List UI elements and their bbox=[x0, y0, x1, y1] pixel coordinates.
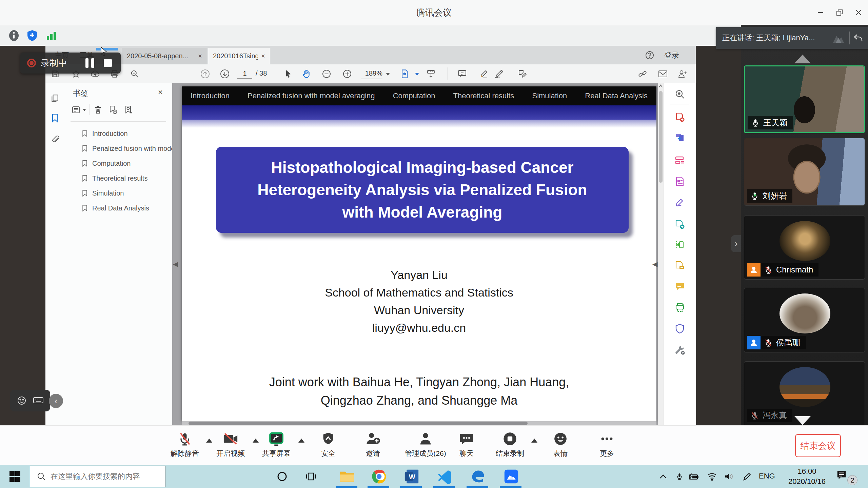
document-tab-1[interactable]: 2020-05-08-appen... × bbox=[122, 48, 207, 64]
comment-tool-icon[interactable] bbox=[674, 281, 686, 292]
close-button[interactable] bbox=[849, 0, 868, 25]
participant-tile[interactable]: 冯永真 bbox=[744, 361, 865, 425]
share-screen-button[interactable]: 共享屏幕 bbox=[251, 430, 302, 458]
stats-bars-icon[interactable] bbox=[44, 28, 58, 43]
tray-chevron-icon[interactable] bbox=[658, 471, 669, 482]
delete-bookmark-icon[interactable] bbox=[93, 105, 103, 115]
task-view-button[interactable] bbox=[306, 472, 316, 481]
zoom-level-select[interactable]: 189% bbox=[361, 69, 382, 79]
scroll-mode-icon[interactable] bbox=[425, 69, 437, 79]
hand-tool-icon[interactable] bbox=[300, 69, 312, 79]
participant-tile[interactable]: 王天颖 bbox=[744, 65, 865, 133]
bookmark-options-caret[interactable] bbox=[83, 109, 86, 111]
participant-tile[interactable]: Chrismath bbox=[744, 215, 865, 280]
panel-collapse-handle[interactable]: › bbox=[731, 235, 741, 252]
fill-sign-icon[interactable] bbox=[517, 69, 528, 79]
collapse-left-panel-icon[interactable]: ◀ bbox=[173, 260, 178, 268]
close-icon[interactable]: × bbox=[158, 87, 163, 97]
fill-sign-tool-icon[interactable] bbox=[674, 197, 686, 208]
bookmark-item[interactable]: Penalized fusion with mode bbox=[64, 141, 172, 156]
bookmark-item[interactable]: Theoretical results bbox=[64, 171, 172, 186]
add-user-icon[interactable] bbox=[677, 69, 688, 79]
stop-recording-button[interactable] bbox=[104, 59, 112, 67]
link-icon[interactable] bbox=[637, 69, 648, 79]
horizontal-scrollbar[interactable] bbox=[182, 421, 656, 425]
fit-dropdown-caret[interactable] bbox=[415, 73, 419, 76]
crop-pages-tool-icon[interactable] bbox=[674, 239, 686, 250]
horizontal-scrollbar-thumb[interactable] bbox=[189, 422, 528, 425]
vscode-icon[interactable] bbox=[437, 468, 453, 485]
tray-pen-icon[interactable] bbox=[742, 471, 753, 482]
protect-tool-icon[interactable] bbox=[674, 323, 686, 334]
security-button[interactable]: 安全 bbox=[303, 430, 354, 458]
shield-plus-icon[interactable] bbox=[25, 28, 39, 43]
collapse-reactions-handle[interactable]: ‹ bbox=[49, 394, 63, 408]
create-pdf-tool-icon[interactable] bbox=[674, 111, 686, 123]
bookmark-item[interactable]: Real Data Analysis bbox=[64, 201, 172, 216]
highlighter-icon[interactable] bbox=[478, 69, 490, 79]
fit-page-icon[interactable] bbox=[399, 69, 410, 79]
search-zoom-tool-icon[interactable] bbox=[674, 88, 686, 100]
tray-volume-icon[interactable] bbox=[724, 471, 734, 482]
close-icon[interactable]: × bbox=[198, 52, 202, 60]
organize-pages-tool-icon[interactable] bbox=[674, 176, 686, 187]
minimize-button[interactable] bbox=[811, 0, 830, 25]
mail-icon[interactable] bbox=[657, 69, 669, 79]
participant-tile[interactable]: 刘妍岩 bbox=[744, 138, 865, 206]
word-icon[interactable]: W bbox=[403, 468, 420, 485]
author-email-link[interactable]: liuyy@whu.edu.cn bbox=[182, 319, 656, 337]
emoji-icon[interactable] bbox=[17, 395, 27, 406]
collapse-right-panel-icon[interactable]: ◀ bbox=[652, 260, 657, 268]
notification-badge[interactable]: 2 bbox=[847, 475, 857, 485]
expand-bookmark-icon[interactable] bbox=[123, 105, 134, 115]
chrome-icon[interactable] bbox=[371, 468, 387, 485]
comment-icon[interactable] bbox=[456, 69, 468, 79]
search-input[interactable] bbox=[50, 472, 153, 481]
tencent-meeting-icon[interactable] bbox=[503, 468, 519, 485]
bookmark-item[interactable]: Introduction bbox=[64, 126, 172, 141]
scroll-up-icon[interactable] bbox=[658, 84, 663, 88]
add-bookmark-icon[interactable] bbox=[108, 105, 118, 115]
more-tools-icon[interactable] bbox=[674, 344, 686, 355]
vertical-scrollbar-thumb[interactable] bbox=[659, 91, 663, 183]
select-tool-icon[interactable] bbox=[283, 69, 294, 79]
invite-button[interactable]: 邀请 bbox=[348, 430, 398, 458]
stop-recording-button[interactable]: 结束录制 bbox=[485, 430, 535, 458]
zoom-dropdown-caret[interactable] bbox=[386, 73, 390, 76]
page-thumbnails-icon[interactable] bbox=[50, 93, 60, 103]
scroll-up-icon[interactable] bbox=[794, 55, 811, 63]
zoom-in-icon[interactable] bbox=[341, 69, 353, 79]
start-video-button[interactable]: 开启视频 bbox=[205, 430, 256, 458]
edit-pdf-tool-icon[interactable] bbox=[674, 155, 686, 166]
export-pdf-tool-icon[interactable] bbox=[674, 131, 686, 143]
zoom-out-icon[interactable] bbox=[321, 69, 332, 79]
info-icon[interactable] bbox=[7, 28, 21, 43]
windows-start-button[interactable] bbox=[9, 470, 21, 483]
pause-recording-button[interactable] bbox=[85, 58, 94, 68]
scroll-down-icon[interactable] bbox=[794, 416, 811, 425]
edge-icon[interactable] bbox=[470, 468, 486, 485]
share-file-tool-icon[interactable] bbox=[674, 219, 686, 230]
help-icon[interactable] bbox=[645, 50, 654, 60]
participant-tile[interactable]: 侯禹珊 bbox=[744, 288, 865, 352]
attachments-icon[interactable] bbox=[50, 135, 60, 145]
taskbar-clock[interactable]: 16:00 2020/10/16 bbox=[783, 466, 831, 487]
reply-arrow-icon[interactable] bbox=[853, 33, 863, 43]
sign-icon[interactable] bbox=[493, 69, 505, 79]
bookmarks-panel-icon[interactable] bbox=[50, 113, 60, 123]
tray-mic-icon[interactable] bbox=[674, 471, 685, 482]
more-button[interactable]: 更多 bbox=[581, 430, 632, 458]
unmute-button[interactable]: 解除静音 bbox=[159, 430, 210, 458]
end-meeting-button[interactable]: 结束会议 bbox=[795, 434, 841, 457]
print-production-tool-icon[interactable] bbox=[674, 302, 686, 313]
bookmark-item[interactable]: Simulation bbox=[64, 186, 172, 201]
tray-wifi-icon[interactable] bbox=[707, 471, 717, 482]
page-number-input[interactable]: 1 bbox=[237, 69, 252, 79]
bookmark-options-icon[interactable] bbox=[71, 105, 81, 115]
cortana-button[interactable] bbox=[277, 471, 288, 482]
prev-page-icon[interactable] bbox=[199, 69, 211, 79]
document-tab-2[interactable]: 20201016Tsinghua.... × bbox=[208, 48, 270, 64]
action-center-icon[interactable] bbox=[836, 470, 847, 481]
language-indicator[interactable]: ENG bbox=[759, 472, 775, 481]
emoji-button[interactable]: 表情 bbox=[535, 430, 586, 458]
